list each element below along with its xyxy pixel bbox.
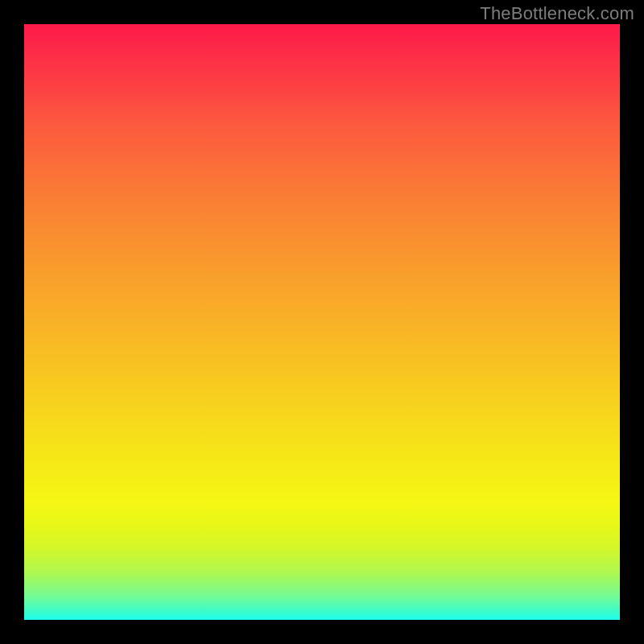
watermark-text: TheBottleneck.com — [480, 3, 634, 24]
plot-area — [24, 24, 620, 620]
gradient-background — [24, 24, 620, 620]
chart-frame: TheBottleneck.com — [0, 0, 644, 644]
